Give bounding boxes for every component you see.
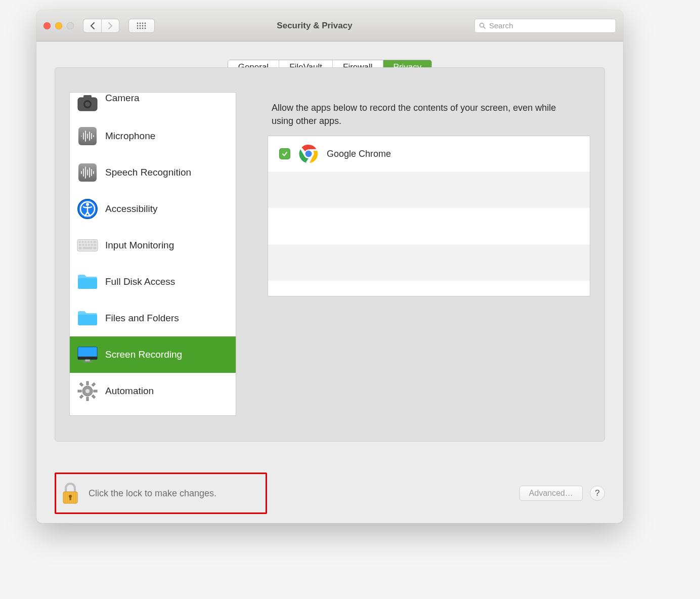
category-camera[interactable]: Camera [70, 93, 236, 118]
category-screen-recording[interactable]: Screen Recording [70, 336, 236, 373]
app-permission-list[interactable]: Google Chrome [268, 136, 590, 296]
svg-rect-38 [79, 241, 81, 243]
category-label: Screen Recording [105, 349, 182, 360]
footer: Click the lock to make changes. Advanced… [36, 463, 623, 523]
svg-rect-41 [88, 241, 90, 243]
preferences-window: Security & Privacy General FileVault Fir… [36, 10, 623, 523]
svg-point-36 [86, 203, 89, 206]
svg-point-0 [137, 22, 139, 24]
svg-point-10 [142, 27, 144, 29]
svg-rect-39 [82, 241, 84, 243]
gear-icon [77, 380, 98, 402]
close-window-button[interactable] [43, 22, 51, 29]
svg-point-3 [145, 22, 146, 24]
svg-rect-67 [79, 395, 83, 398]
minimize-window-button[interactable] [55, 22, 62, 29]
check-icon [282, 151, 288, 157]
svg-rect-80 [70, 497, 71, 500]
svg-point-6 [142, 25, 144, 26]
folder-icon [77, 308, 98, 329]
app-row-empty [268, 208, 590, 244]
search-input[interactable] [489, 21, 611, 30]
app-checkbox[interactable] [279, 148, 290, 159]
search-icon [479, 22, 486, 29]
lock-hint-text: Click the lock to make changes. [89, 488, 216, 499]
search-field[interactable] [474, 19, 616, 33]
svg-rect-66 [92, 382, 95, 386]
category-full-disk-access[interactable]: Full Disk Access [70, 264, 236, 300]
svg-point-5 [140, 25, 141, 26]
category-input-monitoring[interactable]: Input Monitoring [70, 227, 236, 264]
category-speech-recognition[interactable]: Speech Recognition [70, 154, 236, 191]
chevron-right-icon [108, 22, 113, 29]
back-button[interactable] [83, 19, 101, 33]
svg-rect-61 [86, 397, 89, 401]
category-label: Full Disk Access [105, 276, 175, 287]
category-label: Input Monitoring [105, 240, 174, 251]
svg-rect-40 [84, 241, 86, 243]
svg-point-2 [142, 22, 144, 24]
svg-rect-60 [86, 381, 89, 385]
detail-description: Allow the apps below to record the conte… [256, 92, 590, 136]
svg-rect-47 [88, 244, 90, 246]
chrome-icon [298, 144, 319, 164]
keyboard-icon [77, 235, 98, 256]
camera-icon [77, 93, 98, 114]
category-label: Automation [105, 386, 154, 397]
zoom-window-button [67, 22, 74, 29]
advanced-button[interactable]: Advanced… [519, 486, 583, 501]
category-label: Files and Folders [105, 313, 179, 324]
folder-icon [77, 271, 98, 292]
lock-icon[interactable] [61, 482, 79, 505]
microphone-icon [77, 125, 98, 147]
svg-rect-43 [93, 241, 96, 243]
waveform-icon [77, 162, 98, 183]
svg-point-8 [137, 27, 139, 29]
category-microphone[interactable]: Microphone [70, 118, 236, 154]
svg-rect-44 [79, 244, 81, 246]
svg-point-9 [140, 27, 141, 29]
svg-rect-45 [82, 244, 84, 246]
svg-point-11 [145, 27, 146, 29]
app-row-empty [268, 281, 590, 296]
category-label: Microphone [105, 131, 155, 142]
nav-buttons [83, 19, 119, 33]
privacy-category-list[interactable]: Camera Microphone Speech R [69, 92, 236, 416]
svg-rect-48 [91, 244, 93, 246]
svg-point-17 [85, 102, 90, 107]
category-accessibility[interactable]: Accessibility [70, 191, 236, 227]
svg-rect-64 [79, 382, 83, 386]
question-icon: ? [595, 488, 599, 498]
grid-icon [137, 22, 147, 29]
svg-rect-57 [85, 360, 90, 362]
chevron-left-icon [90, 22, 95, 29]
svg-rect-15 [83, 95, 92, 99]
svg-point-1 [140, 22, 141, 24]
help-button[interactable]: ? [590, 486, 605, 501]
forward-button [101, 19, 119, 33]
app-name: Google Chrome [327, 149, 391, 159]
show-all-button[interactable] [128, 19, 155, 33]
lock-region[interactable]: Click the lock to make changes. [55, 473, 267, 514]
category-label: Speech Recognition [105, 167, 191, 178]
app-row-empty [268, 244, 590, 281]
svg-rect-49 [94, 244, 96, 246]
app-row-google-chrome[interactable]: Google Chrome [268, 136, 590, 172]
svg-line-13 [484, 26, 485, 28]
svg-rect-51 [82, 247, 92, 249]
svg-point-68 [85, 389, 90, 393]
svg-rect-50 [79, 247, 82, 249]
toolbar: Security & Privacy [36, 10, 623, 41]
category-files-and-folders[interactable]: Files and Folders [70, 300, 236, 336]
svg-rect-58 [82, 361, 92, 362]
svg-rect-52 [93, 247, 96, 249]
privacy-panel: Camera Microphone Speech R [55, 67, 605, 442]
display-icon [77, 344, 98, 365]
app-row-empty [268, 172, 590, 208]
svg-rect-54 [78, 315, 97, 325]
window-title: Security & Privacy [164, 21, 465, 31]
accessibility-icon [77, 198, 98, 220]
svg-rect-63 [94, 390, 97, 392]
category-automation[interactable]: Automation [70, 373, 236, 409]
category-label: Accessibility [105, 203, 157, 215]
